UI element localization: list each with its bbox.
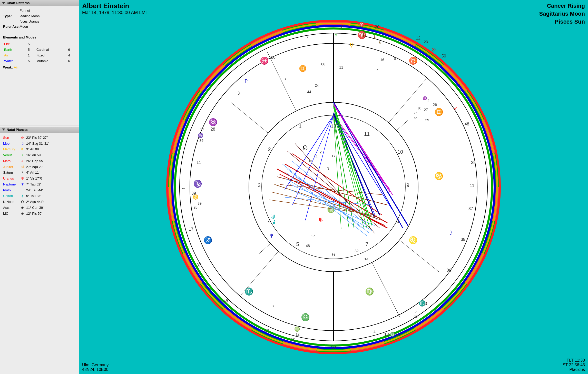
svg-text:♑: ♑ (193, 180, 202, 188)
svg-text:50: 50 (442, 54, 446, 58)
sun-symbol: ⊙ (21, 135, 26, 141)
bottom-right-info: TLT 11:30 ST 22:56:43 Placidus (563, 358, 585, 372)
planet-row-uranus: Uranus ♅ 1° Vir 17'R (3, 176, 76, 182)
chart-patterns-content: Type: Funnel leading Moon focus Uranus R… (0, 6, 79, 72)
mercury-symbol: ☿ (21, 146, 26, 152)
asc-name: Asc. (3, 205, 21, 211)
planet-row-mars: Mars ♂ 26° Cap 55' (3, 158, 76, 164)
mc-name: MC (3, 211, 21, 217)
chiron-symbol: ⚷ (21, 193, 26, 199)
sun-pos: 23° Pis 30' 27" (26, 135, 76, 141)
moon-symbol: ☽ (21, 141, 26, 147)
svg-text:4: 4 (374, 330, 376, 334)
svg-text:4: 4 (268, 218, 271, 224)
svg-text:06: 06 (271, 55, 276, 60)
planet-row-mc: MC ⊗ 12° Pis 50' (3, 211, 76, 217)
svg-text:2: 2 (268, 146, 271, 152)
svg-text:20: 20 (375, 25, 379, 29)
mc-symbol: ⊗ (21, 211, 26, 217)
chiron-pos: 5° Tau 33' (26, 193, 76, 199)
svg-text:18 ♎ 20: 18 ♎ 20 (384, 332, 401, 337)
svg-text:11: 11 (364, 131, 370, 137)
uranus-name: Uranus (3, 176, 21, 182)
separator (0, 125, 79, 126)
svg-text:♇: ♇ (244, 78, 249, 85)
chiron-name: Chiron (3, 193, 21, 199)
svg-text:17: 17 (456, 83, 460, 88)
mars-symbol: ♂ (21, 158, 26, 164)
type-line2: leading Moon (20, 14, 40, 18)
svg-text:44: 44 (414, 112, 417, 115)
neptune-name: Neptune (3, 182, 21, 188)
jupiter-symbol: ♃ (21, 164, 26, 170)
fixed-count: 4 (67, 53, 76, 58)
venus-symbol: ♀ (21, 152, 26, 158)
weak-label: Weak: (3, 65, 14, 69)
svg-text:39: 39 (199, 139, 203, 143)
asc-pos: 11° Can 39' (26, 205, 76, 211)
svg-text:50: 50 (331, 345, 336, 349)
mars-pos: 26° Cap 55' (26, 158, 76, 164)
svg-text:26: 26 (433, 103, 437, 107)
svg-text:5: 5 (394, 56, 396, 61)
svg-text:♂: ♂ (453, 105, 458, 112)
sun-name: Sun (3, 135, 21, 141)
svg-text:16: 16 (380, 58, 384, 62)
svg-text:39: 39 (461, 237, 465, 242)
svg-text:♄: ♄ (362, 32, 367, 38)
svg-text:27: 27 (424, 108, 428, 112)
astro-chart-svg: ♈ ♉ ♊ ♋ ♌ ♍ ♎ ♏ ♐ ♑ ♒ ♓ 18 ♈ (156, 10, 511, 364)
cardinal-label2: Cardinal (35, 47, 67, 53)
svg-text:♋: ♋ (434, 172, 443, 180)
cardinal-label (35, 41, 67, 47)
svg-text:3: 3 (386, 50, 388, 54)
svg-text:♊: ♊ (299, 65, 307, 72)
svg-text:06: 06 (414, 314, 418, 318)
asc-symbol: ⊕ (21, 205, 26, 211)
neptune-symbol: ♆ (21, 182, 26, 188)
natal-planets-content: Sun ⊙ 23° Pis 30' 27" Moon ☽ 14° Sag 31'… (0, 133, 79, 219)
svg-text:32: 32 (355, 249, 359, 253)
svg-text:17: 17 (311, 234, 315, 238)
svg-text:♅: ♅ (271, 214, 276, 220)
system: Placidus (563, 367, 585, 372)
planet-row-nnode: N Node ☊ 2° Aqu 44'R (3, 199, 76, 205)
mutable-label: Mutable (35, 58, 67, 64)
svg-text:39: 39 (198, 201, 202, 205)
svg-text:28: 28 (471, 160, 476, 165)
nnode-name: N Node (3, 199, 21, 205)
svg-text:♀: ♀ (334, 32, 338, 38)
planet-row-sun: Sun ⊙ 23° Pis 30' 27" (3, 135, 76, 141)
venus-name: Venus (3, 152, 21, 158)
chart-area: Albert Einstein Mar 14, 1879, 11:30:00 A… (79, 0, 588, 374)
fire-label: Fire (3, 41, 27, 47)
svg-text:♎: ♎ (301, 313, 310, 321)
svg-text:7: 7 (376, 68, 378, 72)
svg-text:♈: ♈ (359, 22, 364, 27)
planet-row-saturn: Saturn ♄ 4° Ari 11' (3, 170, 76, 176)
svg-text:11: 11 (200, 127, 204, 131)
svg-text:12: 12 (264, 328, 269, 333)
st: ST 22:56:43 (563, 363, 585, 367)
svg-text:37: 37 (197, 263, 201, 267)
pluto-symbol: ♇ (21, 188, 26, 193)
svg-text:♒: ♒ (423, 96, 427, 101)
svg-text:44: 44 (307, 90, 311, 94)
chart-patterns-header: Chart Patterns (0, 0, 79, 6)
svg-text:♋: ♋ (193, 194, 199, 200)
svg-text:♐: ♐ (203, 236, 212, 244)
svg-text:☽: ☽ (448, 230, 453, 236)
svg-text:R: R (327, 167, 329, 171)
svg-text:R: R (418, 107, 421, 110)
svg-text:48: 48 (223, 299, 228, 303)
svg-text:3: 3 (238, 91, 240, 95)
svg-text:24: 24 (315, 83, 319, 87)
weak-value: Air (14, 65, 18, 69)
planet-row-moon: Moon ☽ 14° Sag 31' 31" (3, 141, 76, 147)
earth-label: Earth (3, 47, 27, 53)
svg-text:12: 12 (331, 123, 336, 129)
svg-text:♊: ♊ (434, 108, 443, 116)
svg-text:17: 17 (189, 227, 193, 231)
nnode-symbol: ☊ (21, 199, 26, 205)
ruler-asc-value: Moon (20, 25, 28, 28)
